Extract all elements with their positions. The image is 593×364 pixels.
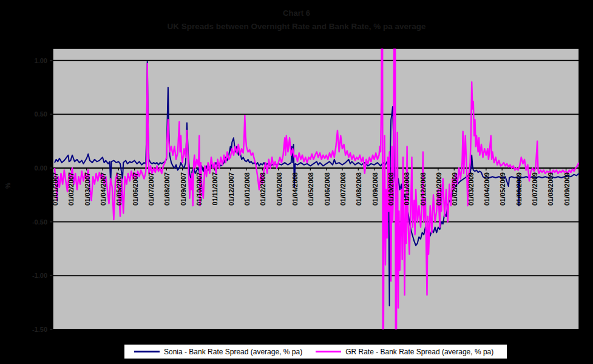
y-axis-label: -0.50 xyxy=(32,218,47,226)
legend-entry-gr-rate: GR Rate - Bank Rate Spread (average, % p… xyxy=(316,348,493,356)
gr-rate-legend-line xyxy=(316,351,341,352)
x-axis-label: 01/12/2007 xyxy=(228,172,235,206)
chart-window: Chart 6 UK Spreads between Overnight Rat… xyxy=(0,0,593,364)
y-axis-label: 0.50 xyxy=(35,110,47,118)
y-axis-label: -1.50 xyxy=(32,326,47,333)
x-axis-label: 01/06/2009 xyxy=(515,172,523,206)
x-axis-label: 01/08/2007 xyxy=(163,172,171,206)
y-axis-label: -1.00 xyxy=(32,272,47,279)
legend-entry-sonia: Sonia - Bank Rate Spread (average, % pa) xyxy=(134,348,302,356)
x-axis-label: 01/11/2007 xyxy=(211,172,219,205)
x-axis-label: 01/10/2008 xyxy=(387,172,395,206)
x-axis-label: 01/02/2007 xyxy=(67,172,75,206)
x-axis-label: 01/01/2008 xyxy=(243,172,251,206)
sonia-legend-label: Sonia - Bank Rate Spread (average, % pa) xyxy=(164,348,302,356)
y-axis-label: 1.00 xyxy=(35,57,47,64)
x-axis-label: 01/11/2008 xyxy=(403,172,410,205)
x-axis-label: 01/07/2007 xyxy=(147,172,155,206)
x-axis-label: 01/01/2009 xyxy=(435,172,442,206)
x-axis-label: 01/04/2009 xyxy=(483,172,490,206)
x-axis-label: 01/06/2007 xyxy=(132,172,139,206)
plot-area: 01/01/200701/02/200701/03/200701/04/2007… xyxy=(0,0,593,364)
x-axis-label: 01/05/2008 xyxy=(307,172,314,206)
x-axis-label: 01/12/2008 xyxy=(419,172,427,206)
x-axis-label: 01/04/2007 xyxy=(100,172,107,206)
x-axis-label: 01/09/2007 xyxy=(180,172,187,206)
x-axis-label: 01/04/2008 xyxy=(291,172,299,206)
gr-rate-legend-label: GR Rate - Bank Rate Spread (average, % p… xyxy=(345,348,493,356)
x-axis-label: 01/08/2009 xyxy=(547,172,554,206)
x-axis-label: 01/02/2008 xyxy=(259,172,266,206)
x-axis-label: 01/06/2008 xyxy=(324,172,331,206)
x-axis-label: 01/07/2008 xyxy=(339,172,347,206)
x-axis-label: 01/09/2008 xyxy=(371,172,379,206)
x-axis-label: 01/03/2007 xyxy=(84,172,91,206)
legend: Sonia - Bank Rate Spread (average, % pa)… xyxy=(124,344,507,359)
x-axis-label: 01/09/2009 xyxy=(563,172,571,206)
x-axis-label: 01/03/2008 xyxy=(276,172,283,206)
x-axis-label: 01/10/2007 xyxy=(195,172,203,206)
y-axis-label: 0.00 xyxy=(35,164,47,172)
x-axis-label: 01/02/2009 xyxy=(451,172,458,206)
x-axis-label: 01/08/2008 xyxy=(355,172,362,206)
x-axis-label: 01/05/2007 xyxy=(115,172,123,206)
y-axis-title: % xyxy=(4,183,12,189)
x-axis-label: 01/03/2009 xyxy=(467,172,475,206)
x-axis-label: 01/01/2007 xyxy=(52,172,59,206)
x-axis-label: 01/05/2009 xyxy=(499,172,506,206)
x-axis-label: 01/07/2009 xyxy=(531,172,538,206)
sonia-legend-line xyxy=(134,351,160,352)
